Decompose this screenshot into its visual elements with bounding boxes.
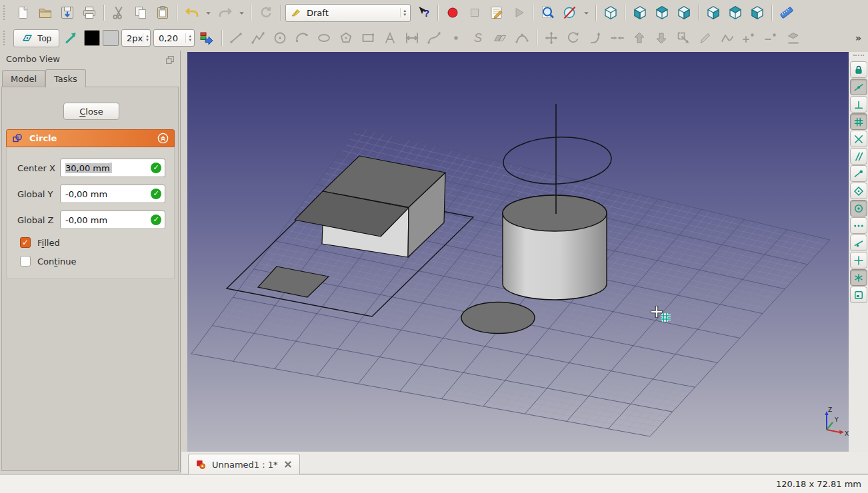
draft-dimension-button[interactable] bbox=[403, 29, 422, 48]
line-color-swatch[interactable] bbox=[84, 30, 100, 46]
snap-midpoint-button[interactable] bbox=[850, 79, 867, 95]
tab-model[interactable]: Model bbox=[2, 70, 45, 87]
snap-perpendicular-button[interactable] bbox=[850, 96, 867, 113]
draw-style-button[interactable] bbox=[560, 3, 579, 23]
filled-circle-object[interactable] bbox=[461, 302, 535, 334]
toolbar-drag-handle[interactable] bbox=[3, 31, 9, 45]
global-z-field[interactable]: -0,00 mm✓ bbox=[60, 211, 165, 229]
print-button[interactable] bbox=[79, 3, 99, 23]
text-scale-spin[interactable]: 0,20▴▾ bbox=[153, 29, 195, 47]
global-y-field[interactable]: -0,00 mm✓ bbox=[60, 185, 165, 203]
macro-edit-button[interactable] bbox=[487, 3, 506, 23]
draft-bezier-button[interactable] bbox=[513, 29, 532, 48]
undo-button[interactable] bbox=[182, 3, 201, 23]
face-color-swatch[interactable] bbox=[103, 30, 119, 46]
collapse-icon[interactable] bbox=[157, 133, 169, 144]
draft-text-button[interactable] bbox=[381, 29, 400, 48]
draft-shapestring-button[interactable]: S bbox=[469, 29, 488, 48]
center-x-field[interactable]: 30,00 mm✓ bbox=[60, 159, 165, 177]
view-top-button[interactable] bbox=[652, 3, 671, 23]
autogroup-button[interactable] bbox=[197, 29, 217, 48]
macro-play-button[interactable] bbox=[509, 3, 528, 23]
draft-wire-button[interactable] bbox=[249, 29, 268, 48]
redo-button[interactable] bbox=[215, 3, 235, 23]
close-task-button[interactable]: Close bbox=[63, 103, 119, 120]
draft-trim-button[interactable] bbox=[608, 29, 627, 48]
continue-checkbox[interactable] bbox=[20, 256, 31, 266]
snap-lock-button[interactable] bbox=[850, 61, 867, 78]
whats-this-button[interactable]: ? bbox=[413, 3, 433, 23]
workbench-selector[interactable]: Draft▴▾ bbox=[285, 4, 411, 22]
snap-endpoint-button[interactable] bbox=[850, 165, 867, 182]
filled-checkbox[interactable]: ✓ bbox=[20, 237, 31, 248]
open-file-button[interactable] bbox=[35, 3, 55, 23]
line-width-spin[interactable]: 2px▴▾ bbox=[121, 29, 151, 47]
draft-edit-button[interactable] bbox=[696, 29, 715, 48]
construction-mode-button[interactable] bbox=[62, 29, 81, 48]
refresh-button[interactable] bbox=[256, 3, 275, 23]
snap-special-button[interactable] bbox=[850, 269, 867, 286]
circle-preview-wire[interactable] bbox=[503, 135, 613, 187]
spinner-arrows-icon[interactable]: ▴▾ bbox=[400, 8, 409, 17]
draft-polygon-button[interactable] bbox=[337, 29, 356, 48]
cut-button[interactable] bbox=[109, 3, 128, 23]
toolbar-overflow[interactable]: » bbox=[855, 33, 861, 43]
circle-task-header[interactable]: Circle bbox=[6, 129, 175, 147]
macro-record-button[interactable] bbox=[443, 3, 462, 23]
draft-wire-to-bspline-button[interactable] bbox=[718, 29, 737, 48]
draft-line-button[interactable] bbox=[227, 29, 246, 48]
working-plane-button[interactable]: Top bbox=[13, 29, 59, 47]
draft-arc-button[interactable] bbox=[293, 29, 312, 48]
draft-facebinder-button[interactable] bbox=[491, 29, 510, 48]
draft-bspline-button[interactable] bbox=[425, 29, 444, 48]
undo-dropdown[interactable] bbox=[204, 3, 213, 23]
filled-rectangle-object[interactable] bbox=[258, 266, 329, 297]
new-file-button[interactable] bbox=[13, 3, 33, 23]
redo-dropdown[interactable] bbox=[237, 3, 246, 23]
snap-working-plane-button[interactable] bbox=[850, 286, 867, 303]
snap-ortho-button[interactable] bbox=[850, 252, 867, 268]
view-rear-button[interactable] bbox=[703, 3, 723, 23]
toolbar-drag-handle[interactable] bbox=[3, 5, 9, 20]
draft-rectangle-button[interactable] bbox=[359, 29, 378, 48]
draft-offset-button[interactable] bbox=[586, 29, 605, 48]
box-object[interactable] bbox=[295, 156, 445, 257]
float-panel-icon[interactable] bbox=[165, 55, 175, 65]
draw-style-dropdown[interactable] bbox=[582, 3, 591, 23]
snap-angle-button[interactable] bbox=[850, 183, 867, 199]
3d-viewport[interactable]: Z Y X bbox=[187, 52, 849, 452]
draft-rotate-button[interactable] bbox=[564, 29, 583, 48]
save-button[interactable] bbox=[57, 3, 77, 23]
zoom-fit-button[interactable] bbox=[538, 3, 557, 23]
snap-intersection-button[interactable] bbox=[850, 131, 867, 147]
draft-ellipse-button[interactable] bbox=[315, 29, 334, 48]
close-tab-icon[interactable] bbox=[283, 460, 293, 469]
macro-stop-button[interactable] bbox=[465, 3, 484, 23]
spinner-arrows-icon[interactable]: ▴▾ bbox=[185, 33, 194, 43]
view-left-button[interactable] bbox=[747, 3, 767, 23]
draft-point-button[interactable] bbox=[447, 29, 466, 48]
draft-downgrade-button[interactable] bbox=[652, 29, 671, 48]
draft-upgrade-button[interactable] bbox=[630, 29, 649, 48]
spinner-arrows-icon[interactable]: ▴▾ bbox=[143, 33, 151, 43]
draft-move-button[interactable] bbox=[542, 29, 561, 48]
draft-circle-button[interactable] bbox=[271, 29, 290, 48]
view-right-button[interactable] bbox=[674, 3, 693, 23]
view-axonometric-button[interactable] bbox=[601, 3, 620, 23]
draft-shape-2d-view-button[interactable] bbox=[784, 29, 803, 48]
measure-distance-button[interactable] bbox=[777, 3, 796, 23]
draft-remove-point-button[interactable] bbox=[762, 29, 781, 48]
copy-button[interactable] bbox=[131, 3, 150, 23]
snap-center-button[interactable] bbox=[850, 200, 867, 217]
snap-near-button[interactable] bbox=[850, 235, 867, 251]
snap-grid-button[interactable] bbox=[850, 113, 867, 130]
snap-parallel-button[interactable] bbox=[850, 148, 867, 165]
paste-button[interactable] bbox=[153, 3, 172, 23]
view-front-button[interactable] bbox=[630, 3, 649, 23]
draft-add-point-button[interactable] bbox=[740, 29, 759, 48]
snap-extension-button[interactable] bbox=[850, 217, 867, 234]
document-tab[interactable]: Unnamed1 : 1* bbox=[188, 454, 300, 474]
view-bottom-button[interactable] bbox=[725, 3, 745, 23]
tab-tasks[interactable]: Tasks bbox=[45, 69, 86, 87]
draft-scale-button[interactable] bbox=[674, 29, 693, 48]
